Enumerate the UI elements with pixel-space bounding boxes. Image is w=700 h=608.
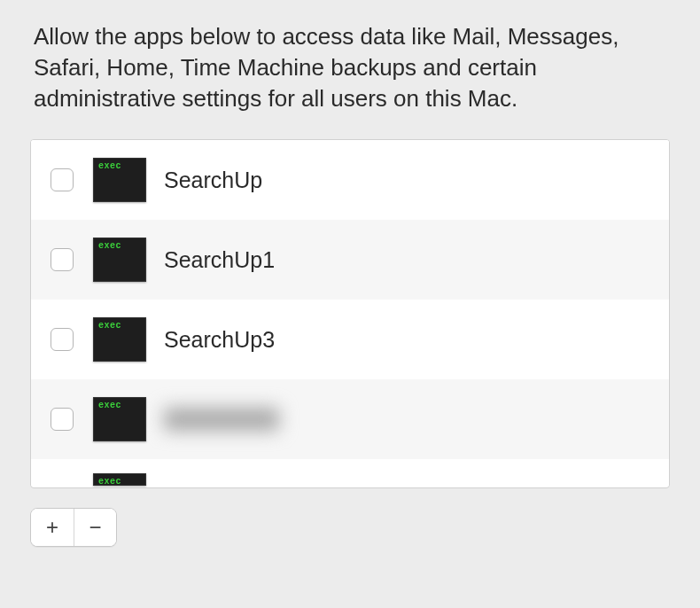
app-name-label: SearchUp bbox=[164, 168, 262, 193]
app-row[interactable]: exec SearchUp3 bbox=[31, 300, 669, 379]
app-checkbox[interactable] bbox=[51, 168, 74, 191]
exec-icon-label: exec bbox=[98, 241, 121, 251]
exec-icon-label: exec bbox=[98, 401, 121, 410]
exec-icon: exec bbox=[93, 317, 146, 362]
app-checkbox[interactable] bbox=[51, 328, 74, 351]
app-row[interactable]: exec bbox=[31, 379, 669, 459]
exec-icon: exec bbox=[93, 397, 146, 441]
add-remove-group: + − bbox=[30, 508, 117, 547]
app-list: exec SearchUp exec SearchUp1 exec Search… bbox=[30, 139, 670, 488]
app-row[interactable]: exec SearchUp1 bbox=[31, 220, 669, 300]
app-name-label: SearchUp1 bbox=[164, 247, 275, 273]
list-toolbar: + − bbox=[30, 508, 670, 547]
exec-icon-label: exec bbox=[98, 477, 121, 486]
exec-icon-label: exec bbox=[98, 321, 121, 331]
exec-icon-label: exec bbox=[98, 161, 121, 171]
remove-button[interactable]: − bbox=[74, 509, 116, 546]
app-checkbox[interactable] bbox=[51, 248, 74, 271]
exec-icon: exec bbox=[93, 238, 146, 282]
exec-icon: exec bbox=[93, 473, 146, 486]
add-button[interactable]: + bbox=[31, 509, 74, 546]
app-row[interactable]: exec bbox=[31, 459, 669, 486]
app-name-label-redacted bbox=[164, 408, 279, 431]
app-checkbox[interactable] bbox=[51, 408, 74, 431]
app-name-label: SearchUp3 bbox=[164, 327, 275, 353]
permissions-description: Allow the apps below to access data like… bbox=[30, 21, 670, 114]
app-row[interactable]: exec SearchUp bbox=[31, 140, 669, 220]
exec-icon: exec bbox=[93, 158, 146, 202]
